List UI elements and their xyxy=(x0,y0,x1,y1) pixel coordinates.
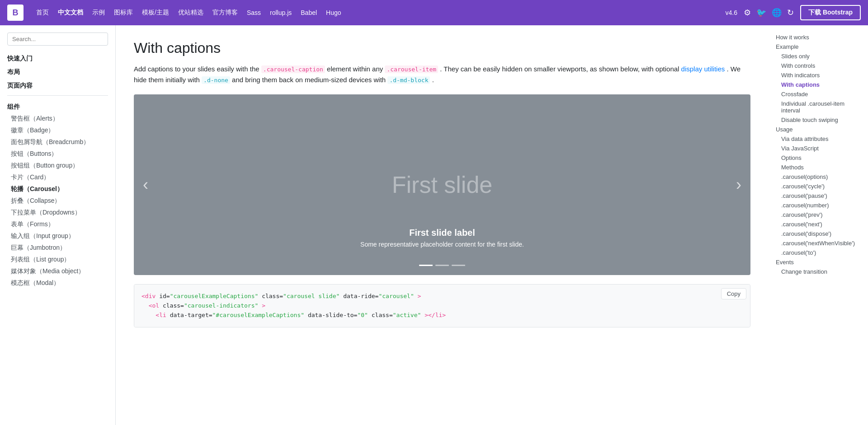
carousel-inner: First slide xyxy=(134,94,750,275)
nav-rollup[interactable]: rollup.js xyxy=(270,9,292,16)
sidebar-section-quickstart[interactable]: 快速入门 xyxy=(0,51,115,65)
intro-paragraph: Add captions to your slides easily with … xyxy=(134,64,750,85)
sidebar-item-badge[interactable]: 徽章（Badge） xyxy=(0,125,115,136)
code-block: <div id="carouselExampleCaptions" class=… xyxy=(134,285,750,327)
twitter-icon[interactable]: 🐦 xyxy=(756,8,766,18)
carousel-indicators xyxy=(134,265,750,266)
code-val-6: "0" xyxy=(357,312,368,318)
sidebar-item-input-group[interactable]: 输入组（Input group） xyxy=(0,230,115,242)
sidebar-item-carousel[interactable]: 轮播（Carousel） xyxy=(0,183,115,195)
intro-text-2: element within any xyxy=(327,65,383,73)
carousel-indicator-0[interactable] xyxy=(419,265,433,266)
nav-examples[interactable]: 示例 xyxy=(92,9,105,17)
toc-methods[interactable]: Methods xyxy=(776,163,861,172)
version-label[interactable]: v4.6 xyxy=(726,9,737,16)
toc-usage[interactable]: Usage xyxy=(776,125,861,134)
toc-example[interactable]: Example xyxy=(776,42,861,51)
sidebar-item-modal[interactable]: 模态框（Modal） xyxy=(0,277,115,289)
toc-how-it-works[interactable]: How it works xyxy=(776,33,861,42)
nav-showcase[interactable]: 优站精选 xyxy=(178,9,203,17)
navbar: B 首页 中文文档 示例 图标库 模板/主题 优站精选 官方博客 Sass ro… xyxy=(0,0,868,25)
download-button[interactable]: 下载 Bootstrap xyxy=(800,5,861,20)
sidebar-section-components[interactable]: 组件 xyxy=(0,99,115,113)
nav-babel[interactable]: Babel xyxy=(301,9,317,16)
code-line-2-class: class= xyxy=(163,302,184,309)
refresh-icon[interactable]: ↻ xyxy=(787,8,794,18)
globe-icon[interactable]: 🌐 xyxy=(772,8,782,18)
sidebar-item-dropdowns[interactable]: 下拉菜单（Dropdowns） xyxy=(0,207,115,219)
sidebar-item-breadcrumb[interactable]: 面包屑导航（Breadcrumb） xyxy=(0,136,115,148)
toc-carousel-next[interactable]: .carousel('next') xyxy=(776,220,861,229)
toc-carousel-pause[interactable]: .carousel('pause') xyxy=(776,191,861,201)
copy-button[interactable]: Copy xyxy=(721,288,746,299)
nav-icons[interactable]: 图标库 xyxy=(114,9,133,17)
toc-disable-touch[interactable]: Disable touch swiping xyxy=(776,115,861,125)
toc-carousel-to[interactable]: .carousel('to') xyxy=(776,248,861,257)
carousel-prev-button[interactable]: ‹ xyxy=(134,171,157,199)
toc-events[interactable]: Events xyxy=(776,257,861,267)
code-val-3: "carousel" xyxy=(378,293,414,299)
toc-change-transition[interactable]: Change transition xyxy=(776,267,861,276)
toc-options[interactable]: Options xyxy=(776,153,861,163)
page-title: With captions xyxy=(134,40,750,56)
sidebar-section-content[interactable]: 页面内容 xyxy=(0,78,115,92)
sidebar-item-card[interactable]: 卡片（Card） xyxy=(0,172,115,183)
code-line-1-data: data-ride= xyxy=(343,293,378,299)
sidebar-item-buttons[interactable]: 按钮（Buttons） xyxy=(0,148,115,160)
code-line-1-close: > xyxy=(418,293,421,299)
sidebar: 快速入门 布局 页面内容 组件 警告框（Alerts） 徽章（Badge） 面包… xyxy=(0,25,116,425)
github-icon[interactable]: ⚙ xyxy=(744,8,751,18)
intro-text-5: and bring them back on medium-sized devi… xyxy=(232,76,386,84)
toc-via-js[interactable]: Via JavaScript xyxy=(776,144,861,153)
sidebar-item-list-group[interactable]: 列表组（List group） xyxy=(0,254,115,266)
code-line-1-tag: <div xyxy=(142,293,156,299)
toc-carousel-next-visible[interactable]: .carousel('nextWhenVisible') xyxy=(776,238,861,248)
sidebar-item-jumbotron[interactable]: 巨幕（Jumbotron） xyxy=(0,242,115,254)
sidebar-item-button-group[interactable]: 按钮组（Button group） xyxy=(0,160,115,172)
code-d-md-block: .d-md-block xyxy=(387,76,430,84)
carousel-caption: First slide label Some representative pl… xyxy=(134,228,750,248)
code-val-4: "carousel-indicators" xyxy=(184,302,258,309)
toc-carousel-options[interactable]: .carousel(options) xyxy=(776,172,861,182)
sidebar-section-layout[interactable]: 布局 xyxy=(0,65,115,78)
nav-sass[interactable]: Sass xyxy=(247,9,261,16)
code-line-3-tag: <li xyxy=(156,312,166,318)
nav-docs[interactable]: 中文文档 xyxy=(58,9,83,17)
nav-hugo[interactable]: Hugo xyxy=(326,9,341,16)
sidebar-search-wrapper xyxy=(0,33,115,51)
display-utilities-link[interactable]: display utilities xyxy=(681,65,725,73)
carousel-indicator-2[interactable] xyxy=(452,265,465,266)
nav-blog[interactable]: 官方博客 xyxy=(212,9,238,17)
toc-carousel-prev[interactable]: .carousel('prev') xyxy=(776,210,861,220)
toc-via-data[interactable]: Via data attributes xyxy=(776,134,861,144)
nav-themes[interactable]: 模板/主题 xyxy=(142,9,169,17)
toc-carousel-number[interactable]: .carousel(number) xyxy=(776,201,861,210)
intro-text-6: . xyxy=(432,76,434,84)
sidebar-item-forms[interactable]: 表单（Forms） xyxy=(0,219,115,230)
sidebar-item-collapse[interactable]: 折叠（Collapse） xyxy=(0,195,115,207)
toc-with-captions[interactable]: With captions xyxy=(776,80,861,89)
toc-individual-interval[interactable]: Individual .carousel-item interval xyxy=(776,99,861,115)
sidebar-item-alerts[interactable]: 警告框（Alerts） xyxy=(0,113,115,125)
nav-home[interactable]: 首页 xyxy=(36,9,49,17)
code-carousel-item: .carousel-item xyxy=(385,65,438,73)
toc-with-indicators[interactable]: With indicators xyxy=(776,70,861,80)
toc-carousel-dispose[interactable]: .carousel('dispose') xyxy=(776,229,861,238)
toc-slides-only[interactable]: Slides only xyxy=(776,51,861,61)
carousel-slide-text: First slide xyxy=(392,171,492,198)
toc-with-controls[interactable]: With controls xyxy=(776,61,861,70)
carousel-next-button[interactable]: › xyxy=(727,171,750,199)
carousel-indicator-1[interactable] xyxy=(435,265,449,266)
search-input[interactable] xyxy=(7,33,108,46)
code-line-3-ds: data-slide-to= xyxy=(308,312,358,318)
code-line-3-class: class= xyxy=(372,312,393,318)
sidebar-divider xyxy=(7,95,108,96)
social-icons: ⚙ 🐦 🌐 ↻ xyxy=(744,8,794,18)
navbar-right: v4.6 ⚙ 🐦 🌐 ↻ 下载 Bootstrap xyxy=(726,5,861,20)
sidebar-item-media[interactable]: 媒体对象（Media object） xyxy=(0,266,115,277)
toc-crossfade[interactable]: Crossfade xyxy=(776,89,861,99)
code-line-3-indent xyxy=(142,312,156,318)
code-line-2-close: > xyxy=(262,302,265,309)
toc-carousel-cycle[interactable]: .carousel('cycle') xyxy=(776,182,861,191)
code-line-1-class: class= xyxy=(262,293,283,299)
